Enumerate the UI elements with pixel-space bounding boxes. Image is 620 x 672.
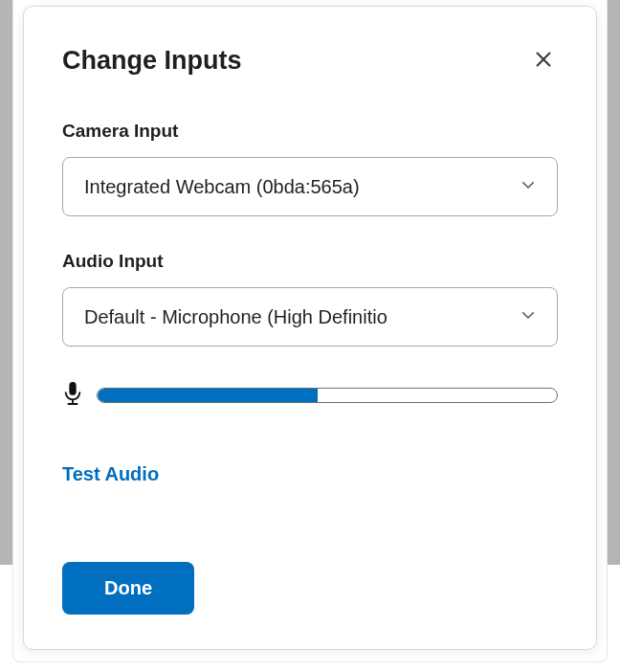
audio-selected-value: Default - Microphone (High Definitio: [84, 306, 388, 328]
modal-footer: Done: [62, 562, 558, 615]
camera-input-label: Camera Input: [62, 121, 558, 142]
change-inputs-modal: Change Inputs Camera Input Integrated We…: [23, 6, 597, 650]
done-button[interactable]: Done: [62, 562, 194, 615]
modal-backdrop: Change Inputs Camera Input Integrated We…: [0, 0, 620, 672]
close-button[interactable]: [529, 45, 558, 77]
test-audio-link[interactable]: Test Audio: [62, 463, 159, 485]
camera-input-select[interactable]: Integrated Webcam (0bda:565a): [62, 157, 558, 216]
modal-title: Change Inputs: [62, 46, 242, 76]
audio-input-section: Audio Input Default - Microphone (High D…: [62, 251, 558, 485]
audio-input-select[interactable]: Default - Microphone (High Definitio: [62, 287, 558, 347]
backdrop-stripe: [607, 0, 620, 565]
audio-input-label: Audio Input: [62, 251, 558, 272]
audio-select-wrapper: Default - Microphone (High Definitio: [62, 287, 558, 347]
audio-level-row: [62, 381, 558, 410]
audio-level-fill: [98, 389, 318, 402]
camera-selected-value: Integrated Webcam (0bda:565a): [84, 176, 360, 198]
audio-level-meter: [97, 388, 558, 403]
microphone-icon: [62, 381, 83, 410]
camera-select-wrapper: Integrated Webcam (0bda:565a): [62, 157, 558, 216]
backdrop-stripe: [0, 0, 13, 565]
modal-header: Change Inputs: [62, 45, 558, 77]
camera-input-section: Camera Input Integrated Webcam (0bda:565…: [62, 121, 558, 216]
close-icon: [533, 49, 554, 73]
svg-rect-0: [69, 382, 76, 395]
